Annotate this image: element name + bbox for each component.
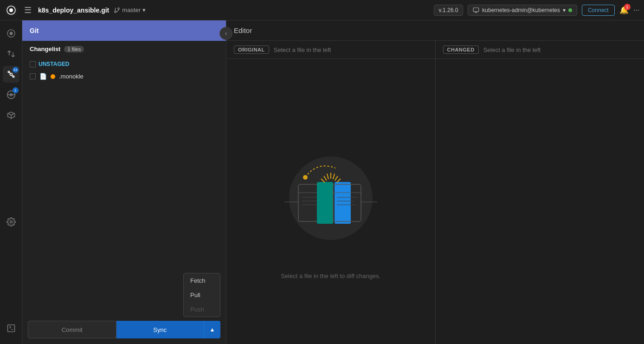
svg-point-16 bbox=[10, 221, 12, 223]
editor-title: Editor bbox=[234, 26, 252, 34]
svg-rect-5 bbox=[474, 7, 479, 11]
sidebar-item-sync[interactable] bbox=[3, 45, 19, 62]
network-badge: 1 bbox=[13, 87, 19, 93]
editor-placeholder: Select a file in the left to diff change… bbox=[226, 59, 435, 344]
editor-pane-original: ORIGINAL Select a file in the left bbox=[226, 41, 436, 344]
sidebar-item-home[interactable] bbox=[3, 25, 19, 42]
file-checkbox[interactable] bbox=[30, 73, 36, 79]
cluster-chevron: ▾ bbox=[563, 7, 566, 13]
sidebar-icons: 33 1 bbox=[0, 20, 22, 344]
more-options-icon[interactable]: ··· bbox=[633, 6, 639, 14]
notifications-icon[interactable]: 🔔 1 bbox=[619, 6, 629, 14]
editor-header: Editor bbox=[226, 20, 644, 41]
git-panel-header: Git bbox=[22, 20, 226, 41]
version-badge: v.1.26.0 bbox=[434, 5, 464, 16]
svg-line-12 bbox=[12, 75, 13, 77]
svg-rect-25 bbox=[317, 182, 333, 224]
unstaged-checkbox[interactable] bbox=[30, 61, 36, 67]
changed-badge: CHANGED bbox=[443, 45, 479, 54]
sync-button[interactable]: Sync bbox=[116, 321, 204, 338]
commit-button[interactable]: Commit bbox=[28, 321, 116, 338]
svg-rect-17 bbox=[7, 325, 14, 332]
main-area: 33 1 bbox=[0, 20, 644, 344]
sync-chevron-button[interactable]: ▲ bbox=[204, 321, 220, 338]
original-badge: ORIGINAL bbox=[234, 45, 269, 54]
changelist-count: 1 files bbox=[64, 46, 84, 52]
editor-area: Editor ORIGINAL Select a file in the lef… bbox=[226, 20, 644, 344]
sidebar-item-git[interactable]: 33 bbox=[3, 66, 19, 83]
svg-point-1 bbox=[9, 8, 13, 12]
chevron-down-icon: ▲ bbox=[210, 326, 215, 333]
svg-rect-26 bbox=[335, 182, 351, 224]
collapse-panel-button[interactable]: ‹ bbox=[219, 27, 232, 40]
dropdown-push: Push bbox=[184, 302, 220, 317]
unstaged-label: UNSTAGED bbox=[39, 61, 69, 67]
changelist-header: Changelist 1 files bbox=[22, 41, 226, 57]
original-select-text: Select a file in the left bbox=[274, 46, 331, 53]
branch-name: master bbox=[122, 6, 141, 13]
commit-sync-buttons: Commit Sync ▲ bbox=[28, 321, 220, 338]
git-panel: Git ‹ Changelist 1 files UNSTAGED 📄 .mon… bbox=[22, 20, 226, 344]
dropdown-fetch[interactable]: Fetch bbox=[184, 273, 220, 288]
file-name: .monokle bbox=[59, 73, 84, 80]
unstaged-section: UNSTAGED bbox=[22, 57, 226, 71]
svg-point-3 bbox=[118, 7, 120, 9]
repo-name: k8s_deploy_ansible.git bbox=[38, 6, 109, 14]
sidebar-item-settings[interactable] bbox=[3, 214, 19, 230]
changelist-title: Changelist bbox=[30, 45, 60, 52]
notification-badge: 1 bbox=[624, 4, 631, 10]
placeholder-text: Select a file in the left to diff change… bbox=[281, 273, 380, 279]
menu-icon[interactable]: ☰ bbox=[22, 3, 33, 17]
sidebar-item-terminal[interactable] bbox=[3, 320, 19, 337]
cluster-name: kubernetes-admin@kubernetes bbox=[482, 7, 560, 13]
branch-selector[interactable]: master ▾ bbox=[114, 6, 146, 13]
pane-header-original: ORIGINAL Select a file in the left bbox=[226, 41, 435, 59]
git-badge: 33 bbox=[13, 67, 19, 73]
changed-select-text: Select a file in the left bbox=[483, 46, 541, 53]
unstaged-row: UNSTAGED bbox=[30, 59, 219, 69]
app-logo bbox=[5, 4, 18, 17]
svg-line-11 bbox=[9, 72, 10, 74]
sync-dropdown-menu: Fetch Pull Push bbox=[183, 273, 220, 317]
connect-button[interactable]: Connect bbox=[582, 5, 615, 16]
editor-content: ORIGINAL Select a file in the left bbox=[226, 41, 644, 344]
git-panel-footer: Fetch Pull Push Commit Sync ▲ bbox=[22, 315, 226, 344]
sidebar-item-resources[interactable] bbox=[3, 107, 19, 123]
editor-pane-changed: CHANGED Select a file in the left bbox=[436, 41, 644, 344]
file-modified-indicator bbox=[51, 74, 55, 79]
cluster-status-dot bbox=[568, 8, 572, 12]
svg-point-19 bbox=[303, 175, 308, 180]
dropdown-pull[interactable]: Pull bbox=[184, 288, 220, 302]
pane-header-changed: CHANGED Select a file in the left bbox=[436, 41, 644, 59]
file-doc-icon: 📄 bbox=[39, 73, 47, 80]
branch-chevron: ▾ bbox=[142, 6, 146, 13]
sidebar-item-network[interactable]: 1 bbox=[3, 86, 19, 103]
cluster-selector[interactable]: kubernetes-admin@kubernetes ▾ bbox=[468, 5, 577, 16]
svg-point-7 bbox=[9, 32, 13, 35]
git-panel-title: Git bbox=[30, 27, 39, 34]
svg-point-4 bbox=[115, 11, 116, 13]
file-row-monokle[interactable]: 📄 .monokle bbox=[22, 71, 226, 82]
topbar: ☰ k8s_deploy_ansible.git master ▾ v.1.26… bbox=[0, 0, 644, 20]
diff-illustration bbox=[261, 124, 400, 263]
